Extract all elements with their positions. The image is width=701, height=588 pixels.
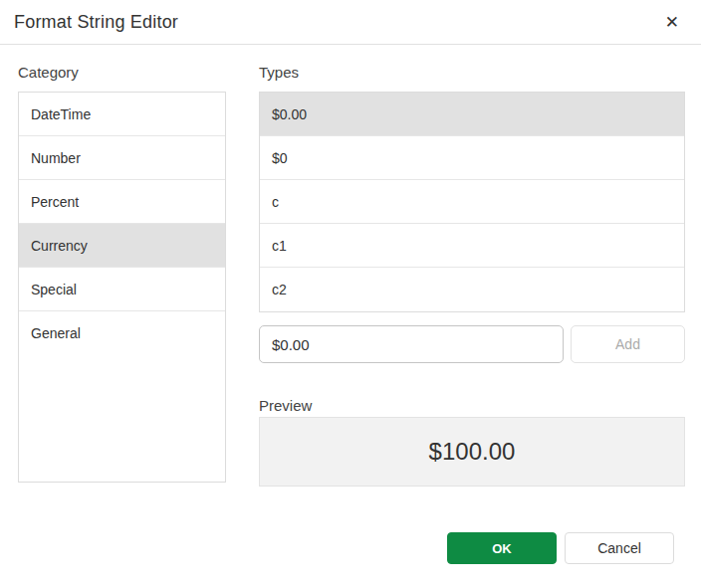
preview-box: $100.00 [259, 417, 685, 487]
types-list-item[interactable]: $0 [260, 136, 684, 180]
category-list-item[interactable]: Currency [19, 224, 225, 268]
types-list-item[interactable]: c1 [260, 224, 684, 268]
dialog-title: Format String Editor [14, 12, 178, 33]
ok-button[interactable]: OK [447, 532, 557, 564]
cancel-button[interactable]: Cancel [565, 532, 674, 564]
types-list-item[interactable]: c2 [260, 268, 684, 311]
category-list-item[interactable]: Special [19, 268, 225, 311]
types-list-item[interactable]: c [260, 180, 684, 224]
category-list-item[interactable]: Percent [19, 180, 225, 224]
format-string-editor-dialog: Format String Editor ✕ Category DateTime… [0, 0, 701, 588]
format-string-input[interactable] [259, 325, 564, 363]
types-list: $0.00$0cc1c2 [259, 92, 685, 312]
types-list-item[interactable]: $0.00 [260, 93, 684, 136]
preview-value: $100.00 [429, 438, 516, 466]
add-format-row: Add [259, 325, 685, 363]
category-list-item[interactable]: General [19, 311, 225, 355]
category-list-item[interactable]: DateTime [19, 93, 225, 136]
close-icon[interactable]: ✕ [661, 12, 683, 33]
types-section: Types $0.00$0cc1c2 Add Preview $100.00 [259, 62, 685, 487]
category-list-item[interactable]: Number [19, 136, 225, 180]
dialog-header: Format String Editor ✕ [0, 0, 701, 45]
category-list: DateTimeNumberPercentCurrencySpecialGene… [18, 92, 226, 483]
preview-label: Preview [259, 395, 685, 417]
category-label: Category [18, 62, 226, 84]
category-section: Category DateTimeNumberPercentCurrencySp… [18, 62, 226, 487]
dialog-footer: OK Cancel [447, 532, 674, 564]
dialog-body: Category DateTimeNumberPercentCurrencySp… [0, 45, 701, 487]
types-label: Types [259, 62, 685, 84]
add-button[interactable]: Add [571, 325, 685, 363]
